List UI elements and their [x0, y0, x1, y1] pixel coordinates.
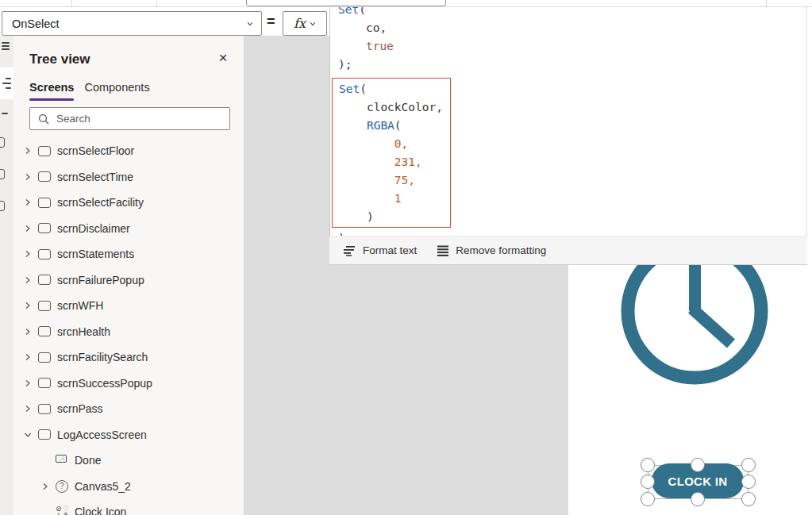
chevron-right-icon[interactable] [24, 328, 38, 336]
remove-formatting-icon [437, 245, 449, 256]
selection-handle-bottom-left[interactable] [641, 492, 655, 506]
tree-view-tabs: Screens Components [29, 81, 150, 101]
code-highlight-box: Set( clockColor, RGBA( 0, 231, 75, 1 ) [332, 78, 451, 228]
screen-control-icon [38, 223, 56, 233]
screen-control-icon [38, 171, 56, 182]
code-lines-top: Set( co, true); [338, 7, 394, 74]
tree-item-scrnSelectFloor[interactable]: scrnSelectFloor [13, 138, 244, 164]
button-control-icon: ☝ [56, 454, 73, 467]
tree-item-label: scrnSuccessPopup [57, 377, 152, 390]
screen-control-icon [38, 404, 56, 414]
screen-control-icon [38, 146, 56, 156]
fx-dropdown[interactable]: fx [283, 11, 327, 36]
rail-icon-partial[interactable] [0, 137, 5, 148]
chevron-right-icon[interactable] [24, 250, 38, 258]
format-text-icon [344, 245, 356, 256]
canvas-control-icon: ? [56, 480, 73, 493]
tree-item-srcnHealth[interactable]: srcnHealth [13, 319, 244, 345]
format-text-button[interactable]: Format text [344, 244, 417, 256]
chevron-down-icon[interactable] [24, 431, 38, 439]
screen-control-icon [38, 429, 56, 440]
chevron-right-icon[interactable] [24, 353, 38, 361]
tree-item-label: Done [75, 454, 101, 467]
chevron-right-icon[interactable] [24, 173, 38, 181]
tree-item-label: Canvas5_2 [75, 480, 131, 493]
selection-handle-bottom-right[interactable] [741, 492, 756, 506]
chevron-right-icon[interactable] [24, 276, 38, 284]
screen-control-icon [38, 326, 56, 336]
selection-handle-top-right[interactable] [741, 458, 756, 472]
tree-item-scrnSelectTime[interactable]: scrnSelectTime [13, 164, 244, 190]
tree-item-label: scrnSelectFacility [57, 196, 144, 209]
tree-item-scrnFailurePopup[interactable]: scrnFailurePopup [13, 267, 244, 294]
tree-item-label: scrnSelectFloor [57, 144, 134, 157]
toolbar-dropdown-partial[interactable] [246, 0, 446, 6]
tree-item-label: scrnFacilitySearch [57, 351, 148, 363]
tab-screens[interactable]: Screens [29, 81, 74, 101]
tree-item-scrnFacilitySearch[interactable]: scrnFacilitySearch [13, 344, 244, 371]
selection-handle-bottom[interactable] [691, 492, 705, 506]
app-canvas[interactable]: CLOCK IN [568, 265, 812, 515]
chevron-right-icon[interactable] [41, 482, 56, 490]
power-apps-studio: OnSelect = fx Tree view × Screens [0, 0, 812, 515]
fx-icon: fx [294, 16, 306, 31]
search-input[interactable] [55, 112, 223, 125]
chevron-right-icon[interactable] [24, 198, 38, 206]
tree-item-label: scrnDisclaimer [57, 222, 130, 235]
tree-item-label: scrnFailurePopup [57, 274, 144, 286]
screen-control-icon [38, 301, 56, 311]
code-lines-highlighted: Set( clockColor, RGBA( 0, 231, 75, 1 ) [339, 80, 450, 226]
chevron-down-icon [247, 21, 253, 27]
close-icon[interactable]: × [214, 48, 233, 67]
tree-item-scrnSuccessPopup[interactable]: scrnSuccessPopup [13, 371, 244, 397]
tree-item-Clock-Icon[interactable]: ⊘♡+aClock Icon [13, 499, 244, 515]
formatting-toolbar: Format text Remove formatting [329, 236, 807, 265]
rail-icon-partial[interactable] [0, 201, 5, 211]
tree-view-title: Tree view [29, 52, 90, 67]
tree-item-label: scrnPass [57, 402, 103, 415]
left-rail [0, 36, 13, 515]
tree-item-label: Clock Icon [75, 505, 126, 515]
chevron-right-icon[interactable] [24, 302, 38, 309]
tree-item-label: scrnSelectTime [57, 171, 133, 183]
selection-handle-top[interactable] [691, 458, 705, 472]
tree-item-Done[interactable]: ☝Done [13, 448, 244, 474]
rail-icon-partial[interactable] [0, 169, 5, 179]
tree-item-label: srcnHealth [57, 325, 110, 338]
selection-handle-right[interactable] [741, 475, 756, 489]
remove-formatting-label: Remove formatting [456, 244, 546, 256]
tree-item-scrnDisclaimer[interactable]: scrnDisclaimer [13, 216, 244, 242]
search-icon [38, 113, 49, 125]
chevron-right-icon[interactable] [24, 405, 38, 413]
rail-icon-partial[interactable] [2, 113, 8, 114]
icons-control-icon: ⊘♡+a [56, 505, 73, 515]
tree-item-label: LogAccessScreen [57, 429, 147, 441]
screen-control-icon [38, 249, 56, 259]
tree-item-scrnPass[interactable]: scrnPass [13, 396, 244, 422]
tree-item-LogAccessScreen[interactable]: LogAccessScreen [13, 422, 244, 448]
selection-handle-top-left[interactable] [641, 458, 655, 472]
property-selector-dropdown[interactable]: OnSelect [2, 11, 262, 36]
screen-tree-list: scrnSelectFloorscrnSelectTimescrnSelectF… [13, 138, 244, 515]
code-line-tail: ) [338, 229, 345, 236]
chevron-right-icon[interactable] [24, 225, 38, 233]
remove-formatting-button[interactable]: Remove formatting [437, 244, 546, 256]
tab-components[interactable]: Components [84, 81, 149, 101]
selection-handle-left[interactable] [641, 475, 655, 489]
screen-control-icon [38, 275, 56, 285]
chevron-right-icon[interactable] [24, 147, 38, 155]
tree-item-label: scrnWFH [57, 299, 103, 312]
property-selector-value: OnSelect [12, 17, 247, 30]
tree-item-scrnWFH[interactable]: scrnWFH [13, 293, 244, 319]
tree-item-scrnSelectFacility[interactable]: scrnSelectFacility [13, 190, 244, 216]
toolbar-divider [156, 0, 157, 7]
toolbar-divider [71, 0, 72, 7]
formula-editor[interactable]: Set( co, true); Set( clockColor, RGBA( 0… [329, 7, 807, 236]
screen-control-icon [38, 378, 56, 388]
search-box[interactable] [29, 107, 230, 130]
tree-item-scrnStatements[interactable]: scrnStatements [13, 241, 244, 267]
tree-view-panel: Tree view × Screens Components scrnSelec… [13, 36, 244, 515]
chevron-right-icon[interactable] [24, 379, 38, 387]
equals-sign: = [267, 13, 275, 30]
tree-item-Canvas5_2[interactable]: ?Canvas5_2 [13, 474, 244, 500]
